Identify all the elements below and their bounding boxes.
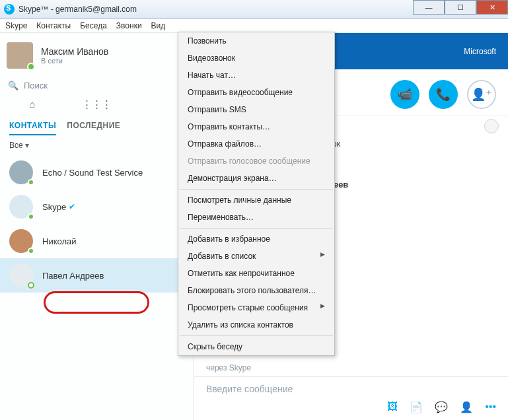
self-status: В сети [41, 57, 108, 65]
cm-separator [180, 189, 333, 190]
menu-skype[interactable]: Skype [5, 21, 27, 30]
cm-old-messages[interactable]: Просмотреть старые сообщения [178, 299, 334, 316]
contact-skype[interactable]: Skype ✔ [0, 190, 194, 224]
menu-view[interactable]: Вид [151, 21, 166, 30]
send-contact-icon[interactable]: 👤 [460, 401, 473, 413]
cm-send-contacts[interactable]: Отправить контакты… [178, 118, 334, 135]
titlebar: Skype™ - germanik5@gmail.com [0, 0, 508, 18]
contact-nikolay[interactable]: Николай [0, 224, 194, 258]
cm-send-voice: Отправить голосовое сообщение [178, 153, 334, 170]
contact-label: Николай [42, 236, 77, 246]
presence-online-icon [28, 179, 34, 186]
add-contact-button[interactable]: 👤⁺ [467, 80, 496, 109]
cm-view-profile[interactable]: Посмотреть личные данные [178, 192, 334, 209]
maximize-button[interactable] [445, 0, 476, 15]
verified-icon: ✔ [69, 202, 75, 211]
avatar-icon [9, 195, 33, 219]
cm-hide-conversation[interactable]: Скрыть беседу [178, 338, 334, 355]
contact-echo[interactable]: Echo / Sound Test Service [0, 155, 194, 190]
presence-online-icon [28, 213, 34, 220]
compose-placeholder: Введите сообщение [206, 384, 496, 394]
cm-call[interactable]: Позвонить [178, 32, 334, 50]
window-controls [413, 0, 508, 15]
avatar-icon [9, 229, 33, 253]
cm-send-video-msg[interactable]: Отправить видеосообщение [178, 84, 334, 101]
menu-contacts[interactable]: Контакты [36, 21, 71, 30]
dialpad-icon[interactable]: ⋮⋮⋮ [65, 98, 129, 110]
skype-app-icon [4, 4, 15, 15]
avatar-icon [9, 263, 33, 287]
contact-pavel[interactable]: Павел Андреев [0, 258, 194, 293]
compose-box[interactable]: Введите сообщение [194, 376, 508, 397]
more-icon[interactable]: ••• [485, 401, 496, 413]
cm-separator [180, 228, 333, 228]
globe-icon [484, 119, 499, 133]
cm-separator [180, 335, 333, 336]
home-icon[interactable]: ⌂ [0, 98, 65, 110]
compose-toolbar: 🖼 📄 💬 👤 ••• [194, 397, 508, 420]
cm-add-favorite[interactable]: Добавить в избранное [178, 230, 334, 248]
cm-share-screen[interactable]: Демонстрация экрана… [178, 170, 334, 187]
cm-video-call[interactable]: Видеозвонок [178, 50, 334, 67]
search-input[interactable]: Поиск [0, 75, 194, 96]
cm-add-list[interactable]: Добавить в список [178, 248, 334, 265]
presence-online-icon [28, 248, 34, 254]
context-menu: Позвонить Видеозвонок Начать чат… Отправ… [178, 32, 335, 356]
self-name: Максим Иванов [41, 46, 108, 57]
contact-list: Echo / Sound Test Service Skype ✔ Никола… [0, 155, 194, 420]
send-document-icon[interactable]: 📄 [410, 401, 423, 413]
close-button[interactable] [476, 0, 508, 15]
cm-send-sms[interactable]: Отправить SMS [178, 101, 334, 118]
cm-start-chat[interactable]: Начать чат… [178, 67, 334, 84]
contacts-filter[interactable]: Все [0, 135, 194, 155]
sidebar: Максим Иванов В сети Поиск ⌂ ⋮⋮⋮ КОНТАКТ… [0, 33, 194, 420]
tab-contacts[interactable]: КОНТАКТЫ [9, 117, 56, 135]
via-label: через Skype [194, 359, 508, 376]
cm-mark-unread[interactable]: Отметить как непрочитанное [178, 265, 334, 282]
window-title: Skype™ - germanik5@gmail.com [18, 5, 137, 14]
contact-label: Skype [42, 202, 66, 212]
cm-remove-contact[interactable]: Удалить из списка контактов [178, 316, 334, 333]
menubar: Skype Контакты Беседа Звонки Вид [0, 18, 508, 33]
menu-calls[interactable]: Звонки [116, 21, 142, 30]
sidebar-tabs: КОНТАКТЫ ПОСЛЕДНИЕ [0, 117, 194, 135]
nav-icons: ⌂ ⋮⋮⋮ [0, 96, 194, 117]
presence-pending-icon [28, 282, 34, 289]
video-call-button[interactable]: 📹 [390, 80, 419, 109]
profile-block[interactable]: Максим Иванов В сети [0, 33, 194, 75]
send-file-icon[interactable]: 🖼 [387, 401, 398, 413]
self-avatar [7, 42, 33, 69]
menu-conversation[interactable]: Беседа [80, 21, 107, 30]
contact-label: Павел Андреев [42, 271, 104, 281]
audio-call-button[interactable]: 📞 [429, 80, 458, 109]
minimize-button[interactable] [413, 0, 445, 15]
contact-label: Echo / Sound Test Service [42, 168, 143, 178]
search-placeholder: Поиск [24, 81, 48, 90]
cm-rename[interactable]: Переименовать… [178, 209, 334, 226]
microsoft-label: Microsoft [464, 47, 496, 56]
cm-block-user[interactable]: Блокировать этого пользователя… [178, 282, 334, 299]
tab-recent[interactable]: ПОСЛЕДНИЕ [67, 117, 120, 135]
cm-send-files[interactable]: Отправка файлов… [178, 135, 334, 153]
presence-online-icon [27, 63, 35, 71]
avatar-icon [9, 160, 33, 184]
emoji-icon[interactable]: 💬 [435, 401, 448, 413]
